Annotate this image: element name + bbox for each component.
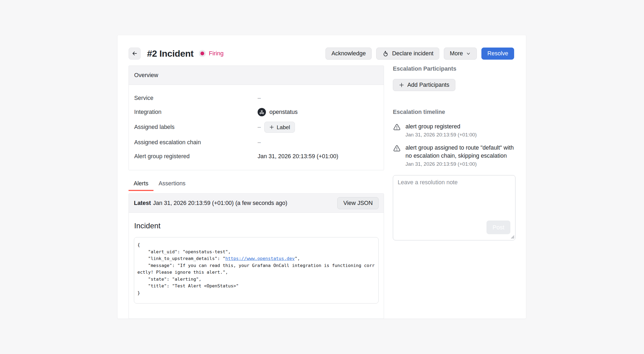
timeline-item-time: Jan 31, 2026 20:13:59 (+01:00): [405, 132, 477, 138]
plus-icon: [399, 82, 404, 88]
more-label: More: [450, 50, 463, 57]
header-actions: Acknowledge Declare incident More Resolv…: [325, 48, 514, 60]
acknowledge-button[interactable]: Acknowledge: [325, 48, 372, 60]
timeline-item-text: alert group registered: [405, 122, 477, 131]
add-participants-label: Add Participants: [407, 82, 449, 88]
row-value: –: [258, 124, 261, 131]
incident-card: #2 Incident Firing Acknowledge Declare i…: [117, 35, 526, 319]
timeline-item: alert group assigned to route "default" …: [393, 144, 514, 167]
overview-row-integration: Integration openstatus: [134, 108, 378, 116]
latest-alert-bar: Latest Jan 31, 2026 20:13:59 (+01:00) (a…: [129, 194, 384, 213]
declare-incident-button[interactable]: Declare incident: [376, 48, 439, 60]
add-label-button[interactable]: Label: [264, 122, 295, 133]
warning-triangle-icon: [393, 145, 401, 153]
chevron-down-icon: [466, 51, 471, 56]
timeline-title: Escalation timeline: [393, 109, 514, 115]
resolve-button[interactable]: Resolve: [481, 48, 514, 60]
payload-after-link: ", "message": "If you can read this, you…: [137, 256, 375, 295]
overview-panel: Overview Service – Integration openstatu…: [129, 66, 384, 170]
overview-row-assigned-labels: Assigned labels – Label: [134, 122, 378, 133]
timeline-item-time: Jan 31, 2026 20:13:59 (+01:00): [405, 161, 514, 167]
declare-incident-label: Declare incident: [392, 50, 433, 57]
row-value: –: [258, 95, 261, 102]
row-label: Integration: [134, 109, 258, 115]
alert-tabs: Alerts Assertions: [129, 179, 384, 191]
post-note-button[interactable]: Post: [486, 221, 510, 234]
overview-row-registered: Alert group registered Jan 31, 2026 20:1…: [134, 152, 378, 161]
escalation-timeline: alert group registered Jan 31, 2026 20:1…: [393, 122, 514, 167]
alerts-panel: Latest Jan 31, 2026 20:13:59 (+01:00) (a…: [129, 193, 384, 319]
incident-header: #2 Incident Firing Acknowledge Declare i…: [129, 47, 514, 60]
more-button[interactable]: More: [444, 48, 477, 60]
integration-name[interactable]: openstatus: [269, 109, 298, 115]
row-label: Service: [134, 95, 258, 102]
overview-row-escalation-chain: Assigned escalation chain –: [134, 138, 378, 147]
status-badge-label: Firing: [209, 50, 224, 57]
arrow-left-icon: [131, 50, 138, 57]
back-button[interactable]: [129, 48, 141, 60]
add-participants-button[interactable]: Add Participants: [393, 79, 455, 91]
view-json-button[interactable]: View JSON: [337, 197, 379, 209]
row-value: –: [258, 139, 261, 146]
resize-handle-icon[interactable]: [510, 234, 514, 239]
row-label: Alert group registered: [134, 153, 258, 160]
timeline-item-text: alert group assigned to route "default" …: [405, 144, 514, 160]
overview-panel-title: Overview: [129, 66, 384, 85]
overview-row-service: Service –: [134, 94, 378, 102]
tab-assertions[interactable]: Assertions: [153, 179, 191, 191]
row-label: Assigned labels: [134, 124, 258, 131]
page-title: #2 Incident: [147, 48, 193, 59]
flame-icon: [382, 50, 389, 57]
firing-dot-icon: [199, 50, 206, 57]
upstream-details-link[interactable]: https://www.openstatus.dev: [225, 256, 295, 261]
tab-alerts[interactable]: Alerts: [129, 179, 153, 191]
add-label-text: Label: [277, 124, 290, 131]
webhook-integration-icon: [258, 108, 266, 116]
warning-triangle-icon: [393, 123, 401, 131]
latest-label: Latest: [134, 200, 151, 207]
plus-icon: [269, 125, 274, 130]
status-badge: Firing: [199, 50, 224, 57]
escalation-sidebar: Escalation Participants Add Participants…: [393, 66, 514, 319]
incident-main-column: Overview Service – Integration openstatu…: [129, 66, 384, 319]
alert-payload-json: { "alert_uid": "openstatus-test", "link_…: [134, 237, 379, 304]
incident-payload-title: Incident: [134, 222, 379, 230]
row-label: Assigned escalation chain: [134, 139, 258, 146]
payload-before-link: { "alert_uid": "openstatus-test", "link_…: [137, 242, 231, 261]
row-value: Jan 31, 2026 20:13:59 (+01:00): [258, 153, 338, 160]
timeline-item: alert group registered Jan 31, 2026 20:1…: [393, 122, 514, 138]
participants-title: Escalation Participants: [393, 66, 514, 72]
latest-timestamp: Jan 31, 2026 20:13:59 (+01:00) (a few se…: [153, 200, 287, 207]
resolution-note-container: Post: [393, 175, 515, 240]
